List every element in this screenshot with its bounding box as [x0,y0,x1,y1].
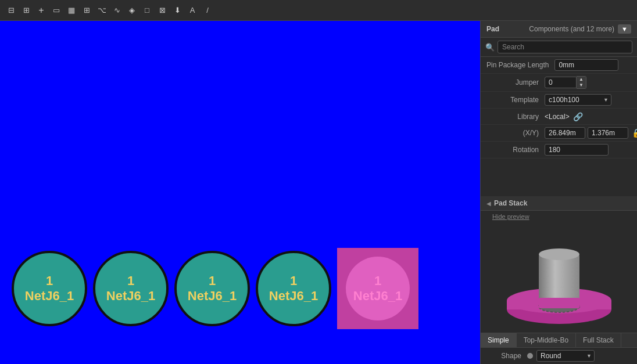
jumper-spinner-btns: ▲ ▼ [577,76,586,89]
pad-1[interactable]: 1 NetJ6_1 [12,251,87,326]
properties-scroll[interactable]: Pin Package Length Jumper ▲ ▼ Template [481,57,637,196]
x-input[interactable] [545,127,585,139]
shape-label: Shape [486,352,521,360]
filter-button[interactable]: ▼ [618,24,631,34]
jumper-input[interactable] [545,77,577,88]
pad-5-net: NetJ6_1 [353,289,402,304]
panel-title: Pad [486,25,499,33]
jumper-label: Jumper [486,78,545,87]
pin-package-length-input[interactable] [554,59,618,71]
preview-3d [495,228,623,327]
text-icon[interactable]: A [186,4,199,17]
rotation-label: Rotation [486,146,545,154]
add-icon[interactable]: + [35,4,48,17]
shape-select-wrapper: Round Rectangle Oval Polygon ▼ [536,350,595,362]
template-row: Template c100h100 ▼ [481,92,637,109]
pin-package-length-row: Pin Package Length [481,57,637,74]
y-input[interactable] [588,127,628,139]
xy-label: (X/Y) [486,129,545,137]
pad-stack-section[interactable]: ◀ Pad Stack [481,196,637,211]
template-select[interactable]: c100h100 [545,94,611,106]
line-icon[interactable]: / [201,4,214,17]
library-value: <Local> [545,113,570,121]
search-input[interactable] [498,41,632,53]
pad-4[interactable]: 1 NetJ6_1 [256,251,331,326]
main-area: 1 NetJ6_1 1 NetJ6_1 1 NetJ6_1 1 NetJ6_1 … [0,21,637,364]
components-label: Components (and 12 more) [529,25,614,33]
pad-5-num: 1 [374,273,381,289]
pad-stack-label: Pad Stack [494,199,527,207]
shape-select[interactable]: Round Rectangle Oval Polygon [536,350,595,362]
right-panel: Pad Components (and 12 more) ▼ 🔍 Pin Pac… [480,21,637,364]
chart-icon[interactable]: ▦ [65,4,78,17]
download-icon[interactable]: ⬇ [171,4,184,17]
select-rect-icon[interactable]: ▭ [50,4,63,17]
toolbar: ⊟ ⊞ + ▭ ▦ ⊞ ⌥ ∿ ◈ □ ⊠ ⬇ A / [0,0,637,21]
tab-simple[interactable]: Simple [481,333,517,347]
cross-icon[interactable]: ⊠ [156,4,169,17]
pad-3-num: 1 [209,273,216,289]
jumper-row: Jumper ▲ ▼ [481,74,637,92]
template-select-wrapper: c100h100 ▼ [545,94,611,106]
jumper-spinner: ▲ ▼ [545,76,586,89]
pad-stack-preview [481,222,637,333]
rect-icon[interactable]: □ [141,4,153,17]
xy-row: (X/Y) 🔒 [481,125,637,142]
xy-inputs [545,127,628,139]
shape-row: Shape Round Rectangle Oval Polygon ▼ [481,347,637,364]
pad-2-num: 1 [127,273,134,289]
lock-icon[interactable]: 🔒 [632,128,637,138]
layout-icon[interactable]: ⊞ [20,4,33,17]
link-icon[interactable]: 🔗 [573,112,583,121]
tab-full-stack[interactable]: Full Stack [576,333,621,347]
svg-rect-6 [539,298,579,308]
jumper-up-btn[interactable]: ▲ [577,77,586,82]
pad-3-net: NetJ6_1 [188,289,237,304]
node-icon[interactable]: ⌥ [95,4,108,17]
pad-5-selected[interactable]: 1 NetJ6_1 [337,248,418,329]
pad-stack-arrow-icon: ◀ [486,200,491,207]
svg-point-4 [539,248,579,260]
marker-icon[interactable]: ◈ [126,4,138,17]
jumper-down-btn[interactable]: ▼ [577,82,586,88]
pad-5-inner: 1 NetJ6_1 [346,257,410,320]
pad-1-net: NetJ6_1 [25,289,74,304]
pin-package-length-label: Pin Package Length [486,61,554,69]
tab-top-middle-bo[interactable]: Top-Middle-Bo [517,333,576,347]
bottom-tabs: Simple Top-Middle-Bo Full Stack [481,333,637,347]
pad-3[interactable]: 1 NetJ6_1 [174,251,250,326]
panel-header-right: Components (and 12 more) ▼ [529,24,631,34]
pad-2-net: NetJ6_1 [106,289,155,304]
pad-3d-svg [501,231,617,324]
hide-preview-row: Hide preview [481,211,637,222]
shape-dot-icon [527,353,533,359]
grid-icon[interactable]: ⊞ [80,4,93,17]
search-icon: 🔍 [485,43,495,52]
pad-1-num: 1 [46,273,53,289]
canvas[interactable]: 1 NetJ6_1 1 NetJ6_1 1 NetJ6_1 1 NetJ6_1 … [0,21,480,364]
rotation-row: Rotation [481,142,637,158]
panel-header: Pad Components (and 12 more) ▼ [481,21,637,38]
pad-4-net: NetJ6_1 [269,289,318,304]
pad-container: 1 NetJ6_1 1 NetJ6_1 1 NetJ6_1 1 NetJ6_1 … [0,248,480,329]
search-bar: 🔍 [481,38,637,57]
wave-icon[interactable]: ∿ [110,4,123,17]
filter-icon[interactable]: ⊟ [5,4,17,17]
library-label: Library [486,113,545,121]
template-label: Template [486,96,545,104]
pad-2[interactable]: 1 NetJ6_1 [93,251,169,326]
library-row: Library <Local> 🔗 [481,109,637,125]
pad-4-num: 1 [290,273,297,289]
rotation-input[interactable] [545,144,609,156]
hide-preview-link[interactable]: Hide preview [486,211,535,222]
